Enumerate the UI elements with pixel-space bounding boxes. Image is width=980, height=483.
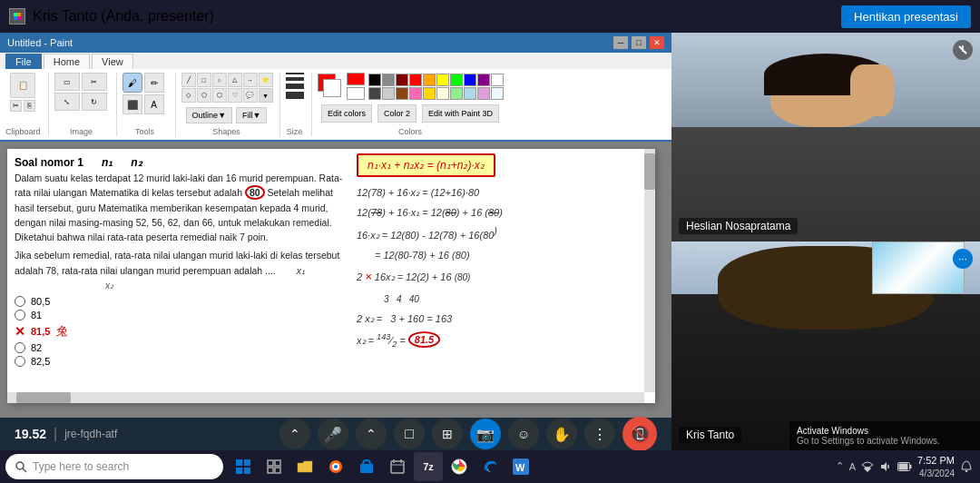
horizontal-scrollbar[interactable] — [7, 392, 644, 403]
size-3[interactable] — [286, 84, 304, 89]
ellipse-shape[interactable]: ○ — [212, 73, 227, 87]
stop-presentation-button[interactable]: Hentikan presentasi — [841, 5, 971, 28]
firefox-button[interactable] — [321, 452, 350, 481]
numbers-34-40: (80) — [455, 272, 471, 282]
screen-share-button[interactable]: □ — [394, 419, 425, 449]
paste-button[interactable]: 📋 — [10, 73, 35, 98]
chevron-up-button-2[interactable]: ⌃ — [356, 419, 387, 449]
emoji-button[interactable]: ☺ — [508, 419, 539, 449]
color-yellow[interactable] — [436, 74, 449, 86]
triangle-shape[interactable]: △ — [228, 73, 242, 87]
select-button[interactable]: ▭ — [54, 73, 80, 91]
text-button[interactable]: A — [144, 94, 164, 114]
resize-button[interactable]: ⤡ — [54, 93, 80, 111]
kris-options-button[interactable]: ··· — [953, 249, 973, 269]
tray-expand-button[interactable]: ⌃ — [836, 460, 844, 472]
heart-shape[interactable]: ♡ — [228, 88, 242, 103]
radio-d[interactable] — [15, 342, 25, 353]
color-brown[interactable] — [396, 87, 408, 100]
pencil-button[interactable]: ✏ — [144, 73, 164, 93]
cross-mark-c: ✕ — [15, 324, 25, 339]
task-view-button[interactable] — [260, 452, 289, 481]
edit-paint3d-button[interactable]: Edit with Paint 3D — [422, 104, 499, 123]
color-darkgray[interactable] — [368, 87, 381, 100]
raise-hand-button[interactable]: ✋ — [546, 419, 577, 449]
color-white[interactable] — [491, 74, 504, 86]
color-lightblue[interactable] — [464, 87, 476, 100]
more-options-button[interactable]: ⋮ — [584, 419, 615, 449]
grid-button[interactable]: ⊞ — [432, 419, 463, 449]
color-aliceblue[interactable] — [491, 87, 504, 100]
tab-home[interactable]: Home — [44, 54, 90, 69]
end-call-button[interactable]: 📵 — [622, 417, 657, 451]
edit-colors-button[interactable]: Edit colors — [321, 104, 372, 123]
store-button[interactable] — [352, 452, 381, 481]
hexagon-shape[interactable]: ⬡ — [212, 88, 227, 103]
word-icon: W — [513, 458, 529, 475]
chevron-up-button-1[interactable]: ⌃ — [279, 419, 310, 449]
step-2: 12(78) + 16·x₁ = 12(80) + 16 (80) — [357, 202, 642, 222]
windows-search-bar[interactable]: Type here to search — [5, 454, 223, 479]
edit-colors2-button[interactable]: Color 2 — [377, 104, 416, 123]
microphone-button[interactable]: 🎤 — [318, 419, 348, 449]
color-plum[interactable] — [477, 87, 490, 100]
word-button[interactable]: W — [506, 452, 535, 481]
color-purple[interactable] — [477, 74, 490, 86]
chrome-button[interactable] — [445, 452, 474, 481]
arrow-shape[interactable]: → — [243, 73, 258, 87]
size-1[interactable] — [286, 73, 304, 74]
color1-picker[interactable] — [318, 74, 343, 99]
7zip-button[interactable]: 7z — [414, 452, 443, 481]
file-explorer-button[interactable] — [290, 452, 319, 481]
radio-a[interactable] — [15, 296, 25, 307]
vertical-scrollbar[interactable] — [644, 149, 655, 392]
edge-button[interactable] — [475, 452, 505, 481]
star-shape[interactable]: ⭐ — [259, 73, 273, 87]
color-lightgreen[interactable] — [450, 87, 463, 100]
minimize-button[interactable]: ─ — [613, 36, 628, 49]
camera-button[interactable]: 📷 — [470, 419, 501, 449]
tab-view[interactable]: View — [92, 54, 133, 69]
crop-button[interactable]: ✂ — [82, 73, 107, 91]
rotate-button[interactable]: ↻ — [82, 93, 107, 111]
windows-start-button[interactable] — [229, 452, 258, 481]
size-2[interactable] — [286, 77, 304, 81]
option-e-text: 82,5 — [31, 356, 50, 367]
rect-shape[interactable]: □ — [197, 73, 211, 87]
close-button[interactable]: ✕ — [650, 36, 664, 49]
calendar-button[interactable] — [383, 452, 412, 481]
size-4[interactable] — [286, 92, 304, 99]
cut-button[interactable]: ✂ — [10, 100, 22, 112]
radio-e[interactable] — [15, 356, 25, 367]
paint-canvas[interactable]: Soal nomor 1 n₁ n₂ Dalam suatu kelas ter… — [7, 149, 655, 403]
color-darkred[interactable] — [396, 74, 408, 86]
color-pink[interactable] — [409, 87, 422, 100]
color2-swatch[interactable] — [347, 87, 365, 100]
color-red[interactable] — [409, 74, 422, 86]
color-gray[interactable] — [382, 74, 395, 86]
brush-button[interactable]: 🖌 — [122, 73, 142, 93]
radio-b[interactable] — [15, 310, 25, 320]
line-shape[interactable]: ╱ — [181, 73, 196, 87]
diamond-shape[interactable]: ◇ — [181, 88, 196, 103]
color1-swatch[interactable] — [347, 73, 365, 85]
h-scroll-thumb[interactable] — [16, 392, 71, 403]
color-orange[interactable] — [423, 74, 436, 86]
copy-button[interactable]: ⎘ — [24, 100, 35, 112]
color-black[interactable] — [368, 74, 381, 86]
maximize-button[interactable]: □ — [632, 36, 646, 49]
color-green[interactable] — [450, 74, 463, 86]
more-shapes[interactable]: ▼ — [259, 88, 273, 103]
pentagon-shape[interactable]: ⬠ — [197, 88, 211, 103]
tab-file[interactable]: File — [5, 54, 42, 69]
color-lightyellow[interactable] — [436, 87, 449, 100]
color-blue[interactable] — [464, 74, 476, 86]
fill-shape-button[interactable]: Fill▼ — [236, 107, 267, 123]
callout-shape[interactable]: 💬 — [243, 88, 258, 103]
color-lightgray[interactable] — [382, 87, 395, 100]
language-indicator[interactable]: A — [849, 461, 856, 472]
outline-button[interactable]: Outline▼ — [186, 107, 232, 123]
color-gold[interactable] — [423, 87, 436, 100]
v-scroll-thumb[interactable] — [644, 153, 655, 190]
fill-button[interactable]: ⬛ — [122, 94, 142, 114]
